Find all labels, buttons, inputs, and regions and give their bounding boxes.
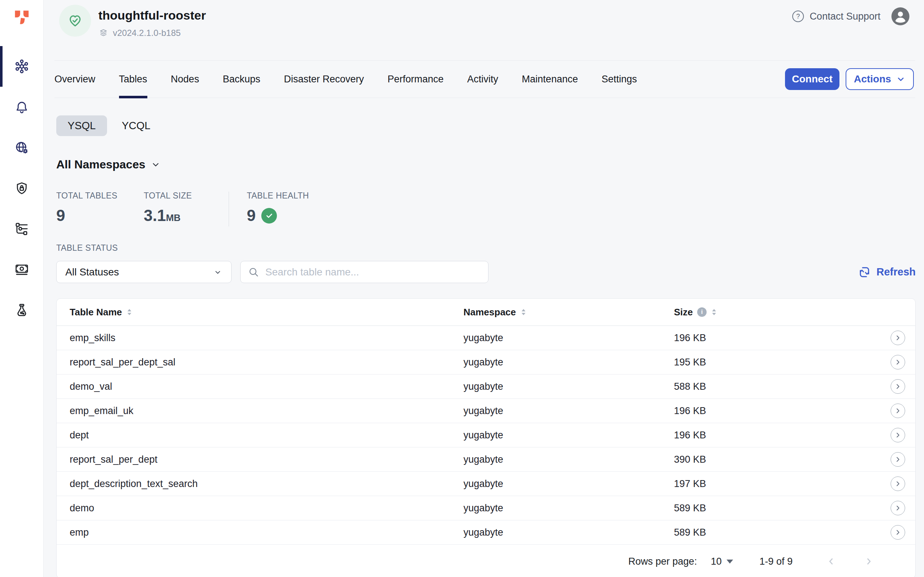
chevron-right-icon — [893, 431, 902, 440]
table-row[interactable]: report_sal_per_dept_sal yugabyte 195 KB — [56, 350, 915, 374]
tab-tables[interactable]: Tables — [119, 61, 147, 98]
row-detail-button[interactable] — [891, 525, 905, 540]
table-row[interactable]: emp yugabyte 589 KB — [56, 521, 915, 545]
search-icon — [248, 266, 260, 278]
toggle-ycql[interactable]: YCQL — [111, 115, 161, 136]
chevron-right-icon — [893, 358, 902, 366]
table-row[interactable]: dept yugabyte 196 KB — [56, 423, 915, 448]
row-detail-button[interactable] — [891, 355, 905, 369]
cluster-health-badge — [59, 5, 91, 37]
sidebar-item-security[interactable] — [0, 168, 44, 209]
health-check-badge — [261, 208, 277, 224]
cell-table-name: report_sal_per_dept_sal — [70, 357, 463, 368]
table-row[interactable]: dept_description_text_search yugabyte 19… — [56, 472, 915, 496]
cell-namespace: yugabyte — [463, 381, 674, 392]
column-header-size[interactable]: Size i — [674, 307, 883, 318]
row-detail-button[interactable] — [891, 452, 905, 467]
namespace-selector[interactable]: All Namespaces — [56, 158, 160, 171]
tab-disaster-recovery[interactable]: Disaster Recovery — [284, 61, 364, 98]
column-header-namespace[interactable]: Namespace — [463, 307, 674, 318]
cluster-name-title: thoughtful-rooster — [98, 5, 206, 23]
stat-label: TABLE HEALTH — [247, 191, 309, 201]
row-detail-button[interactable] — [891, 477, 905, 491]
table-row[interactable]: report_sal_per_dept yugabyte 390 KB — [56, 448, 915, 472]
row-detail-button[interactable] — [891, 330, 905, 345]
refresh-icon — [858, 266, 871, 279]
chevron-right-icon — [864, 556, 874, 566]
column-label: Table Name — [70, 307, 122, 318]
chevron-left-icon — [826, 556, 836, 566]
chevron-down-icon — [213, 268, 223, 277]
row-detail-button[interactable] — [891, 403, 905, 418]
tab-nodes[interactable]: Nodes — [171, 61, 199, 98]
stat-total-tables: TOTAL TABLES 9 — [56, 191, 144, 226]
sidebar-item-alerts[interactable] — [0, 87, 44, 127]
cell-namespace: yugabyte — [463, 478, 674, 490]
rows-per-page-select[interactable]: 10 — [711, 556, 733, 567]
cell-size: 197 KB — [674, 478, 883, 490]
table-row[interactable]: demo yugabyte 589 KB — [56, 496, 915, 521]
sidebar-item-billing[interactable] — [0, 249, 44, 290]
svg-text:?: ? — [796, 13, 800, 20]
tab-maintenance[interactable]: Maintenance — [522, 61, 578, 98]
sidebar-item-labs[interactable] — [0, 290, 44, 330]
table-header-row: Table Name Namespace Size i — [56, 299, 915, 326]
cell-size: 390 KB — [674, 454, 883, 465]
pagination-bar: Rows per page: 10 1-9 of 9 — [56, 545, 915, 577]
cell-table-name: emp — [70, 527, 463, 538]
user-avatar[interactable] — [891, 6, 910, 26]
column-header-table-name[interactable]: Table Name — [70, 307, 463, 318]
cell-table-name: dept_description_text_search — [70, 478, 463, 490]
tab-backups[interactable]: Backups — [223, 61, 261, 98]
chevron-right-icon — [893, 479, 902, 488]
refresh-button[interactable]: Refresh — [858, 266, 916, 279]
next-page-button[interactable] — [861, 556, 876, 566]
tab-settings[interactable]: Settings — [601, 61, 637, 98]
actions-button-label: Actions — [854, 73, 891, 85]
row-detail-button[interactable] — [891, 501, 905, 515]
cell-size: 588 KB — [674, 381, 883, 392]
chevron-down-icon — [151, 160, 160, 169]
cell-namespace: yugabyte — [463, 454, 674, 465]
cell-namespace: yugabyte — [463, 503, 674, 514]
table-search — [240, 261, 489, 283]
stat-unit: MB — [166, 212, 181, 224]
table-row[interactable]: emp_skills yugabyte 196 KB — [56, 326, 915, 350]
tab-performance[interactable]: Performance — [388, 61, 444, 98]
table-stats: TOTAL TABLES 9 TOTAL SIZE 3.1MB TABLE HE… — [56, 191, 916, 226]
sidebar-item-clusters[interactable] — [0, 46, 44, 87]
cell-namespace: yugabyte — [463, 430, 674, 441]
status-filter-select[interactable]: All Statuses — [56, 261, 232, 283]
contact-support-link[interactable]: ? Contact Support — [792, 10, 880, 23]
sort-icon — [711, 308, 717, 316]
pagination-range: 1-9 of 9 — [759, 556, 793, 567]
previous-page-button[interactable] — [824, 556, 839, 566]
tab-overview[interactable]: Overview — [55, 61, 95, 98]
sort-icon — [126, 308, 132, 316]
size-info-icon[interactable]: i — [697, 307, 706, 317]
chevron-right-icon — [893, 334, 902, 342]
yugabyte-logo-icon[interactable] — [13, 9, 31, 26]
table-row[interactable]: emp_email_uk yugabyte 196 KB — [56, 399, 915, 423]
flask-icon — [15, 303, 29, 318]
cell-size: 196 KB — [674, 332, 883, 344]
actions-button[interactable]: Actions — [846, 68, 914, 90]
chevron-right-icon — [893, 382, 902, 391]
connect-button[interactable]: Connect — [785, 68, 839, 90]
row-detail-button[interactable] — [891, 428, 905, 442]
cluster-tabbar: Overview Tables Nodes Backups Disaster R… — [55, 60, 915, 98]
sort-icon — [521, 308, 527, 316]
sidebar-item-regions[interactable] — [0, 127, 44, 168]
toggle-ysql[interactable]: YSQL — [56, 115, 107, 136]
cell-table-name: demo — [70, 503, 463, 514]
sidebar-item-integrations[interactable] — [0, 209, 44, 249]
row-detail-button[interactable] — [891, 379, 905, 394]
chevron-right-icon — [893, 455, 902, 464]
tab-activity[interactable]: Activity — [467, 61, 498, 98]
globe-gear-icon — [15, 140, 29, 155]
table-row[interactable]: demo_val yugabyte 588 KB — [56, 374, 915, 399]
api-toggle: YSQL YCQL — [56, 115, 916, 136]
search-input[interactable] — [265, 266, 481, 278]
rows-per-page-label: Rows per page: — [628, 556, 697, 567]
stat-value: 9 — [247, 206, 255, 225]
